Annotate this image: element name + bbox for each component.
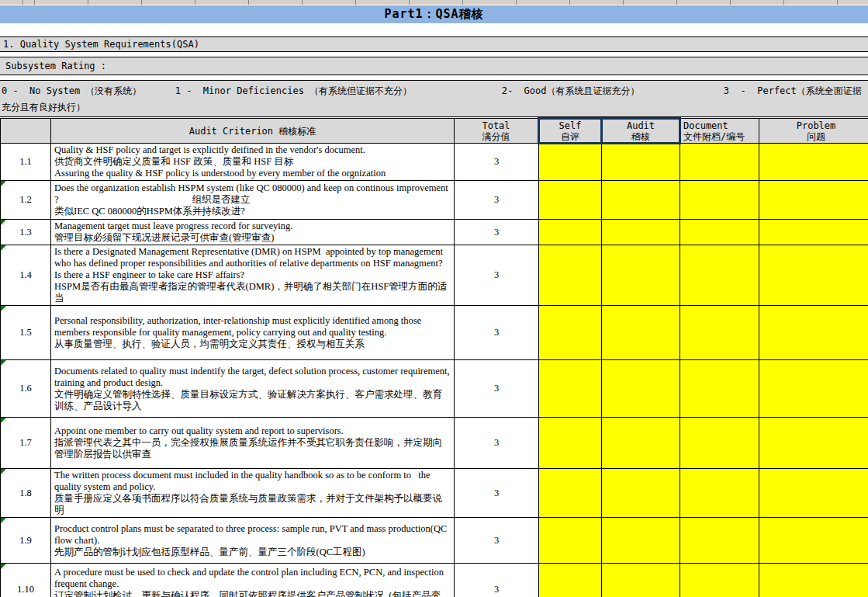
criterion-row-1.5: 1.5Personal responsibility, authorizatio… (1, 306, 868, 360)
row-id-cell[interactable]: 1.5 (1, 306, 51, 360)
criterion-row-1.9: 1.9Procduct control plans must be separa… (1, 518, 868, 564)
criterion-row-1.6: 1.6Documents related to quality must ind… (1, 360, 868, 418)
criterion-cell[interactable]: Does the organization establish HSPM sys… (51, 181, 455, 220)
table-header: Audit Criterion 稽核标准Total满分值Self自评Audit稽… (1, 119, 868, 144)
total-score-cell[interactable]: 3 (455, 564, 539, 597)
criterion-row-1.4: 1.4Is there a Designated Management Repr… (1, 245, 868, 306)
criterion-cell[interactable]: Is there a Designated Management Represe… (51, 245, 455, 306)
col-header-total: Total满分值 (455, 119, 539, 144)
col-header-audit: Audit稽核 (602, 119, 680, 144)
spacer (0, 23, 868, 36)
col-header-self: Self自评 (539, 119, 602, 144)
audit-score-cell[interactable] (602, 306, 680, 360)
row-id-cell[interactable]: 1.2 (1, 181, 51, 220)
self-score-cell[interactable] (539, 469, 602, 518)
total-score-cell[interactable]: 3 (455, 418, 539, 469)
col-header-id (1, 119, 51, 144)
section-heading: 1. Quality System Requirements(QSA) (0, 36, 868, 52)
sheet-title: Part1：QSA稽核 (0, 5, 868, 23)
total-score-cell[interactable]: 3 (455, 518, 539, 564)
total-score-cell[interactable]: 3 (455, 144, 539, 181)
criterion-cell[interactable]: Procduct control plans must be separated… (51, 518, 455, 564)
criterion-row-1.3: 1.3Management target must leave progress… (1, 220, 868, 245)
audit-score-cell[interactable] (602, 469, 680, 518)
document-ref-cell[interactable] (680, 144, 759, 181)
rating-scale-legend: 0 - No System （没有系统） 1 - Minor Deficienc… (0, 80, 868, 117)
criterion-cell[interactable]: Quality & HSF policy and target is expli… (51, 144, 455, 181)
audit-score-cell[interactable] (602, 220, 680, 245)
problem-cell[interactable] (759, 418, 868, 469)
row-id-cell[interactable]: 1.4 (1, 245, 51, 306)
audit-score-cell[interactable] (602, 418, 680, 469)
col-header-en: Audit (603, 120, 679, 131)
col-header-en: Self (540, 120, 600, 131)
problem-cell[interactable] (759, 181, 868, 220)
self-score-cell[interactable] (539, 564, 602, 597)
col-header-zh: 问题 (759, 131, 868, 142)
criterion-row-1.2: 1.2Does the organization establish HSPM … (1, 181, 868, 220)
total-score-cell[interactable]: 3 (455, 360, 539, 418)
problem-cell[interactable] (759, 360, 868, 418)
criterion-cell[interactable]: Personal responsibility, authorization, … (51, 306, 455, 360)
total-score-cell[interactable]: 3 (455, 220, 539, 245)
document-ref-cell[interactable] (680, 245, 759, 306)
self-score-cell[interactable] (539, 360, 602, 418)
col-header-zh: 稽核 (603, 131, 679, 142)
self-score-cell[interactable] (539, 518, 602, 564)
audit-score-cell[interactable] (602, 564, 680, 597)
document-ref-cell[interactable] (680, 220, 759, 245)
problem-cell[interactable] (759, 518, 868, 564)
total-score-cell[interactable]: 3 (455, 306, 539, 360)
audit-score-cell[interactable] (602, 518, 680, 564)
problem-cell[interactable] (759, 469, 868, 518)
criterion-cell[interactable]: Appoint one member to carry out quality … (51, 418, 455, 469)
col-header-en: Problem (759, 120, 868, 131)
audit-score-cell[interactable] (602, 144, 680, 181)
row-id-cell[interactable]: 1.8 (1, 469, 51, 518)
problem-cell[interactable] (759, 306, 868, 360)
total-score-cell[interactable]: 3 (455, 469, 539, 518)
row-id-cell[interactable]: 1.7 (1, 418, 51, 469)
problem-cell[interactable] (759, 245, 868, 306)
total-score-cell[interactable]: 3 (455, 245, 539, 306)
audit-score-cell[interactable] (602, 360, 680, 418)
col-header-zh: 满分值 (455, 131, 538, 142)
subsystem-rating-label: Subsystem Rating : (0, 57, 868, 75)
document-ref-cell[interactable] (680, 306, 759, 360)
audit-score-cell[interactable] (602, 245, 680, 306)
criterion-row-1.10: 1.10A procedure must be used to check an… (1, 564, 868, 597)
self-score-cell[interactable] (539, 245, 602, 306)
document-ref-cell[interactable] (680, 469, 759, 518)
self-score-cell[interactable] (539, 144, 602, 181)
self-score-cell[interactable] (539, 418, 602, 469)
row-id-cell[interactable]: 1.1 (1, 144, 51, 181)
row-id-cell[interactable]: 1.3 (1, 220, 51, 245)
problem-cell[interactable] (759, 564, 868, 597)
document-ref-cell[interactable] (680, 418, 759, 469)
document-ref-cell[interactable] (680, 181, 759, 220)
total-score-cell[interactable]: 3 (455, 181, 539, 220)
criterion-cell[interactable]: A procedure must be used to check and up… (51, 564, 455, 597)
problem-cell[interactable] (759, 220, 868, 245)
col-header-en: Document (683, 120, 759, 131)
document-ref-cell[interactable] (680, 564, 759, 597)
row-id-cell[interactable]: 1.10 (1, 564, 51, 597)
criterion-row-1.8: 1.8The written process document must inc… (1, 469, 868, 518)
column-letter-strip (0, 0, 868, 5)
criterion-cell[interactable]: The written process document must includ… (51, 469, 455, 518)
col-header-en: Total (455, 120, 538, 131)
self-score-cell[interactable] (539, 181, 602, 220)
row-id-cell[interactable]: 1.9 (1, 518, 51, 564)
document-ref-cell[interactable] (680, 360, 759, 418)
row-id-cell[interactable]: 1.6 (1, 360, 51, 418)
col-header-document: Document文件附档/编号 (680, 119, 759, 144)
audit-score-cell[interactable] (602, 181, 680, 220)
self-score-cell[interactable] (539, 220, 602, 245)
criterion-cell[interactable]: Documents related to quality must indent… (51, 360, 455, 418)
document-ref-cell[interactable] (680, 518, 759, 564)
problem-cell[interactable] (759, 144, 868, 181)
table-body: 1.1Quality & HSF policy and target is ex… (1, 144, 868, 597)
self-score-cell[interactable] (539, 306, 602, 360)
col-header-problem: Problem问题 (759, 119, 868, 144)
criterion-cell[interactable]: Management target must leave progress re… (51, 220, 455, 245)
